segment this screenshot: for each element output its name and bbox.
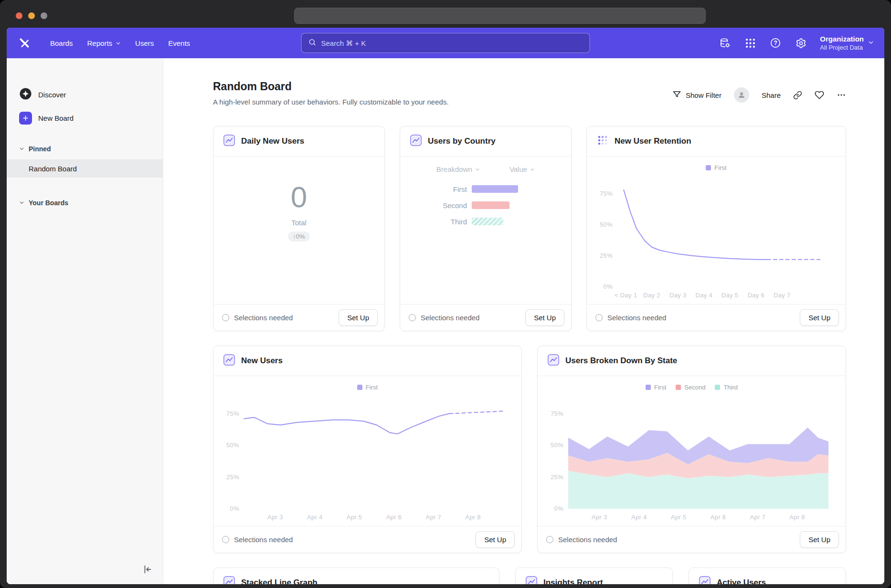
org-switcher[interactable]: Organization All Project Data	[820, 35, 874, 51]
sidebar-item-new-board[interactable]: New Board	[7, 108, 163, 127]
card-title: New User Retention	[615, 136, 691, 146]
svg-text:0%: 0%	[230, 505, 240, 512]
card-title: Insights Report	[543, 578, 603, 584]
chevron-down-icon	[116, 39, 121, 47]
window-zoom-button[interactable]	[41, 12, 47, 19]
svg-text:50%: 50%	[226, 441, 239, 449]
search-input[interactable]	[321, 39, 583, 47]
status-circle-icon	[222, 314, 229, 321]
kpi-label: Total	[291, 219, 307, 227]
svg-text:Apr 3: Apr 3	[592, 514, 607, 521]
set-up-button[interactable]: Set Up	[800, 309, 839, 326]
browser-url-bar[interactable]	[294, 8, 706, 24]
svg-text:Apr 5: Apr 5	[347, 514, 362, 521]
selections-needed-label: Selections needed	[234, 314, 293, 322]
bar-first	[472, 185, 518, 193]
copy-link-icon[interactable]	[793, 91, 802, 100]
chart-legend: First	[594, 162, 839, 173]
window-close-button[interactable]	[16, 12, 22, 19]
favorite-heart-icon[interactable]	[815, 90, 824, 100]
sidebar-item-random-board[interactable]: Random Board	[7, 159, 163, 178]
sidebar-collapse-button[interactable]	[140, 562, 154, 577]
sidebar-section-pinned[interactable]: Pinned	[7, 140, 163, 158]
line-chart-icon	[223, 354, 235, 368]
svg-text:25%: 25%	[226, 473, 239, 481]
set-up-button[interactable]: Set Up	[800, 531, 839, 548]
apps-grid-icon[interactable]	[744, 37, 756, 49]
navbar-right-cluster: ? Organization All Project Data	[719, 35, 874, 51]
card-title: New Users	[241, 356, 283, 366]
share-button[interactable]: Share	[762, 91, 781, 99]
bar-second	[472, 201, 509, 209]
app-window: Boards Reports Users Events	[0, 0, 891, 588]
line-chart-icon	[410, 134, 422, 148]
card-users-by-state: Users Broken Down By State FirstSecondTh…	[537, 346, 846, 553]
avatar[interactable]	[734, 87, 749, 103]
chevron-down-icon	[530, 165, 535, 173]
svg-text:50%: 50%	[600, 221, 613, 228]
window-minimize-button[interactable]	[28, 12, 35, 19]
card-stacked-line-graph: Stacked Line Graph	[213, 567, 499, 584]
svg-text:0%: 0%	[604, 283, 613, 290]
svg-text:Day 4: Day 4	[695, 292, 712, 299]
settings-gear-icon[interactable]	[795, 37, 807, 49]
svg-text:Day 6: Day 6	[748, 292, 764, 299]
window-titlebar	[0, 0, 891, 28]
sidebar-item-discover[interactable]: Discover	[7, 85, 163, 104]
line-chart-icon	[547, 354, 560, 368]
svg-text:75%: 75%	[226, 410, 239, 417]
chevron-down-icon	[19, 145, 24, 153]
chevron-down-icon	[868, 39, 874, 47]
more-options-icon[interactable]	[837, 90, 846, 100]
nav-boards[interactable]: Boards	[43, 28, 80, 58]
kpi-value: 0	[291, 182, 307, 212]
page-header: Random Board A high-level summary of use…	[213, 80, 846, 106]
help-icon[interactable]: ?	[769, 37, 782, 49]
svg-text:Apr 7: Apr 7	[425, 514, 441, 521]
nav-users[interactable]: Users	[128, 28, 161, 58]
set-up-button[interactable]: Set Up	[339, 309, 378, 326]
nav-events[interactable]: Events	[161, 28, 197, 58]
filter-funnel-icon	[672, 90, 681, 100]
country-bar-row: Third	[400, 213, 571, 230]
org-project: All Project Data	[820, 44, 864, 51]
retention-grid-icon	[596, 134, 609, 148]
card-active-users: Active Users	[689, 567, 846, 584]
global-search[interactable]	[301, 33, 590, 53]
retention-line-chart: 75%50%25%0%< Day 1Day 2Day 3Day 4Day 5Da…	[594, 173, 839, 301]
show-filter-button[interactable]: Show Filter	[672, 90, 721, 100]
svg-text:Day 3: Day 3	[669, 292, 686, 299]
value-dropdown[interactable]: Value	[509, 165, 535, 173]
sidebar-section-your-boards[interactable]: Your Boards	[7, 194, 163, 212]
country-bar-row: First	[400, 181, 571, 197]
data-management-icon[interactable]	[719, 37, 731, 49]
card-title: Users by Country	[428, 136, 496, 146]
svg-text:75%: 75%	[551, 410, 563, 417]
card-new-user-retention: New User Retention First 75%50%25%0%< Da…	[586, 126, 846, 331]
chart-legend: FirstSecondThird	[544, 382, 839, 392]
line-chart-icon	[699, 576, 711, 584]
traffic-lights	[16, 12, 47, 19]
svg-text:Apr 4: Apr 4	[631, 514, 647, 521]
card-daily-new-users: Daily New Users 0 Total ↑0% Selections n…	[213, 126, 385, 331]
svg-text:Day 2: Day 2	[643, 292, 660, 299]
status-circle-icon	[546, 536, 553, 543]
chart-legend: First	[220, 382, 515, 392]
top-navbar: Boards Reports Users Events	[7, 28, 884, 58]
selections-needed-label: Selections needed	[421, 314, 479, 322]
svg-text:Apr 7: Apr 7	[750, 514, 765, 521]
selections-needed-label: Selections needed	[607, 314, 666, 322]
set-up-button[interactable]: Set Up	[525, 309, 564, 326]
page-subtitle: A high-level summary of user behaviors. …	[213, 98, 449, 106]
bar-third	[472, 218, 503, 225]
set-up-button[interactable]: Set Up	[476, 531, 515, 548]
svg-text:Apr 8: Apr 8	[789, 514, 805, 521]
breakdown-dropdown[interactable]: Breakdown	[436, 165, 480, 173]
card-title: Stacked Line Graph	[241, 578, 318, 584]
card-insights-report: Insights Report	[515, 567, 673, 584]
chevron-down-icon	[475, 165, 480, 173]
svg-text:Apr 3: Apr 3	[267, 514, 283, 521]
nav-reports[interactable]: Reports	[80, 28, 128, 58]
mixpanel-logo[interactable]	[17, 36, 32, 50]
svg-text:Apr 6: Apr 6	[711, 514, 726, 521]
